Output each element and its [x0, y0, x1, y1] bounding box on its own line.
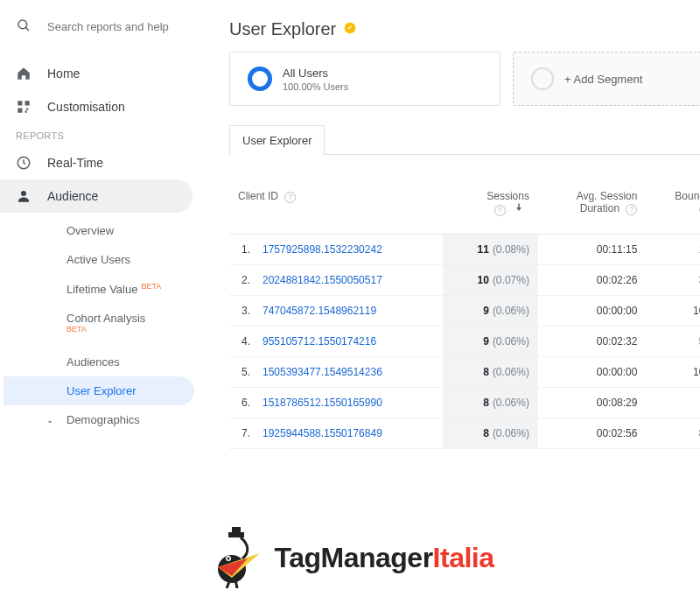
footer-logo: TagManagerItalia [0, 527, 700, 588]
col-bounce[interactable]: Bounce ? [646, 185, 700, 234]
clock-icon [16, 155, 32, 171]
sub-demographics-label: Demographics [66, 413, 140, 426]
client-id-link[interactable]: 2024881842.1550050517 [254, 264, 443, 295]
client-id-link[interactable]: 747045872.1548962119 [254, 295, 443, 326]
cell-bounce: 18 [646, 234, 700, 264]
logo-text: TagManagerItalia [274, 542, 494, 574]
segment-ring-empty-icon [531, 67, 554, 90]
nav-customisation[interactable]: Customisation [0, 90, 203, 123]
home-icon [16, 66, 32, 81]
nav-home-label: Home [47, 67, 80, 81]
sort-desc-icon [514, 203, 524, 215]
logo-text-2: Italia [433, 542, 494, 573]
table-row: 1.1757925898.153223024211(0.08%)00:11:15… [229, 234, 700, 264]
client-id-link[interactable]: 1757925898.1532230242 [254, 234, 443, 264]
chevron-right-icon [46, 416, 54, 429]
cell-bounce: 55 [646, 326, 700, 356]
col-client-id-label: Client ID [238, 190, 278, 202]
svg-point-16 [228, 558, 230, 560]
cell-bounce: 100 [646, 356, 700, 387]
svg-rect-6 [25, 111, 27, 113]
table-row: 2.2024881842.155005051710(0.07%)00:02:26… [229, 264, 700, 295]
search-icon [16, 18, 32, 36]
page-title: User Explorer [229, 19, 336, 39]
cell-bounce: 30 [646, 264, 700, 295]
col-avg-duration[interactable]: Avg. Session Duration ? [538, 185, 647, 234]
nav-home[interactable]: Home [0, 57, 203, 90]
svg-point-0 [18, 20, 27, 29]
logo-mark-icon [206, 527, 274, 588]
svg-rect-3 [25, 101, 30, 105]
svg-rect-4 [18, 109, 22, 113]
beta-badge: BETA [66, 325, 87, 334]
logo-text-1: TagManager [274, 542, 432, 573]
table-row: 3.747045872.15489621199(0.06%)00:00:0010… [229, 295, 700, 326]
table-row: 5.1505393477.15495142368(0.06%)00:00:001… [229, 356, 700, 387]
cell-sessions: 8(0.06%) [443, 418, 538, 448]
page-title-row: User Explorer [229, 19, 700, 39]
col-bounce-label: Bounce [675, 190, 700, 202]
cell-bounce: 87 [646, 418, 700, 448]
customisation-icon [16, 99, 32, 115]
help-icon[interactable]: ? [626, 204, 637, 215]
cell-sessions: 11(0.08%) [443, 234, 538, 264]
svg-line-18 [235, 579, 237, 588]
nav-realtime[interactable]: Real-Time [0, 146, 203, 179]
cell-duration: 00:02:26 [538, 264, 647, 295]
table-row: 6.1518786512.15501659908(0.06%)00:08:290 [229, 387, 700, 418]
sub-lifetime-value[interactable]: Lifetime ValueBETA [4, 274, 203, 304]
sub-active-users[interactable]: Active Users [4, 245, 203, 274]
nav-audience-label: Audience [47, 189, 98, 203]
segment-row: All Users 100.00% Users + Add Segment [229, 52, 700, 106]
cell-sessions: 8(0.06%) [443, 356, 538, 387]
sub-user-explorer[interactable]: User Explorer [4, 376, 194, 405]
cell-duration: 00:11:15 [538, 234, 647, 264]
row-index: 3. [229, 295, 254, 326]
cell-sessions: 9(0.06%) [443, 295, 538, 326]
help-icon[interactable]: ? [494, 205, 506, 216]
search-input[interactable] [47, 20, 178, 33]
row-index: 5. [229, 356, 254, 387]
client-id-link[interactable]: 1925944588.1550176849 [254, 418, 443, 448]
person-icon [16, 188, 32, 204]
svg-rect-5 [26, 109, 28, 110]
cell-bounce: 0 [646, 387, 700, 418]
cell-sessions: 9(0.06%) [443, 326, 538, 356]
segment-ring-icon [248, 67, 272, 91]
segment-title: All Users [283, 67, 348, 80]
add-segment-button[interactable]: + Add Segment [513, 52, 700, 106]
table-row: 4.955105712.15501742169(0.06%)00:02:3255 [229, 326, 700, 356]
svg-line-1 [25, 27, 29, 31]
client-id-link[interactable]: 1505393477.1549514236 [254, 356, 443, 387]
svg-rect-14 [232, 527, 241, 534]
table-row: 7.1925944588.15501768498(0.06%)00:02:568… [229, 418, 700, 448]
sub-overview[interactable]: Overview [4, 216, 203, 245]
sub-cohort[interactable]: Cohort AnalysisBETA [4, 304, 203, 347]
row-index: 6. [229, 387, 254, 418]
audience-submenu: Overview Active Users Lifetime ValueBETA… [0, 213, 203, 434]
nav-customisation-label: Customisation [47, 100, 125, 114]
sidebar: Home Customisation REPORTS Real-Time [0, 0, 203, 508]
svg-rect-9 [518, 204, 520, 208]
help-icon[interactable]: ? [284, 192, 296, 203]
tab-user-explorer[interactable]: User Explorer [229, 125, 325, 155]
beta-badge: BETA [141, 282, 161, 291]
col-sessions[interactable]: Sessions ? [443, 185, 538, 234]
cell-sessions: 8(0.06%) [443, 387, 538, 418]
sub-demographics[interactable]: Demographics [4, 405, 203, 434]
reports-section-label: REPORTS [0, 123, 203, 146]
row-index: 7. [229, 418, 254, 448]
sub-audiences[interactable]: Audiences [4, 348, 203, 376]
cell-sessions: 10(0.07%) [443, 264, 538, 295]
col-avg-duration-l2: Duration [580, 202, 620, 214]
cell-duration: 00:00:00 [538, 295, 647, 326]
client-id-link[interactable]: 1518786512.1550165990 [254, 387, 443, 418]
col-client-id[interactable]: Client ID ? [229, 185, 443, 234]
client-id-link[interactable]: 955105712.1550174216 [254, 326, 443, 356]
segment-all-users[interactable]: All Users 100.00% Users [229, 52, 500, 106]
nav-realtime-label: Real-Time [47, 156, 103, 170]
nav-audience[interactable]: Audience [0, 179, 192, 213]
main-content: User Explorer All Users 100.00% Users + … [203, 0, 700, 508]
verified-badge-icon [343, 19, 357, 39]
row-index: 2. [229, 264, 254, 295]
